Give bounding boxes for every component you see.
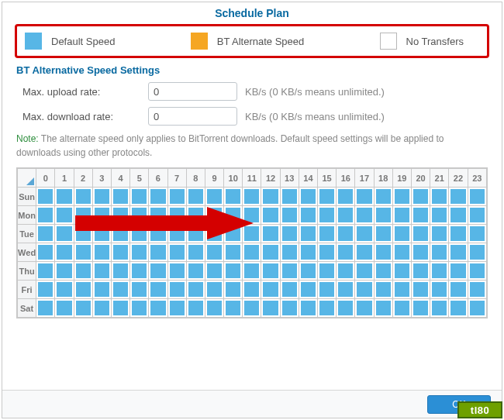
schedule-cell[interactable] (92, 243, 111, 262)
schedule-cell[interactable] (374, 188, 392, 206)
schedule-cell[interactable] (468, 262, 487, 281)
schedule-cell[interactable] (224, 262, 243, 281)
schedule-cell[interactable] (355, 281, 374, 299)
schedule-cell[interactable] (261, 188, 280, 206)
schedule-cell[interactable] (92, 206, 111, 225)
schedule-cell[interactable] (261, 206, 280, 225)
schedule-cell[interactable] (36, 281, 55, 299)
schedule-cell[interactable] (430, 281, 449, 299)
schedule-cell[interactable] (186, 188, 205, 206)
schedule-cell[interactable] (449, 299, 468, 318)
schedule-cell[interactable] (74, 281, 92, 299)
schedule-cell[interactable] (411, 206, 430, 225)
schedule-cell[interactable] (392, 243, 411, 262)
schedule-cell[interactable] (280, 262, 299, 281)
schedule-cell[interactable] (299, 243, 317, 262)
schedule-cell[interactable] (392, 206, 411, 225)
schedule-cell[interactable] (55, 281, 74, 299)
schedule-cell[interactable] (411, 188, 430, 206)
schedule-cell[interactable] (411, 225, 430, 243)
schedule-cell[interactable] (55, 299, 74, 318)
schedule-cell[interactable] (280, 188, 299, 206)
upload-rate-input[interactable] (148, 82, 237, 101)
schedule-cell[interactable] (449, 262, 468, 281)
schedule-cell[interactable] (130, 188, 149, 206)
schedule-cell[interactable] (243, 262, 261, 281)
schedule-cell[interactable] (167, 281, 186, 299)
schedule-cell[interactable] (243, 243, 261, 262)
schedule-cell[interactable] (280, 206, 299, 225)
schedule-cell[interactable] (374, 281, 392, 299)
schedule-cell[interactable] (411, 262, 430, 281)
schedule-cell[interactable] (299, 281, 317, 299)
schedule-cell[interactable] (392, 225, 411, 243)
schedule-cell[interactable] (92, 188, 111, 206)
schedule-cell[interactable] (468, 206, 487, 225)
schedule-cell[interactable] (74, 299, 92, 318)
schedule-cell[interactable] (130, 299, 149, 318)
schedule-cell[interactable] (430, 299, 449, 318)
schedule-cell[interactable] (130, 206, 149, 225)
schedule-cell[interactable] (205, 262, 223, 281)
schedule-cell[interactable] (55, 243, 74, 262)
schedule-cell[interactable] (299, 262, 317, 281)
schedule-cell[interactable] (36, 262, 55, 281)
schedule-cell[interactable] (337, 243, 355, 262)
schedule-cell[interactable] (224, 281, 243, 299)
schedule-cell[interactable] (36, 188, 55, 206)
schedule-cell[interactable] (205, 243, 223, 262)
schedule-cell[interactable] (280, 225, 299, 243)
schedule-cell[interactable] (186, 299, 205, 318)
schedule-cell[interactable] (430, 243, 449, 262)
schedule-cell[interactable] (149, 188, 167, 206)
schedule-cell[interactable] (205, 188, 223, 206)
schedule-cell[interactable] (355, 188, 374, 206)
schedule-cell[interactable] (299, 188, 317, 206)
schedule-cell[interactable] (355, 262, 374, 281)
schedule-cell[interactable] (392, 188, 411, 206)
schedule-cell[interactable] (74, 262, 92, 281)
schedule-cell[interactable] (36, 243, 55, 262)
schedule-cell[interactable] (92, 281, 111, 299)
schedule-cell[interactable] (224, 243, 243, 262)
schedule-cell[interactable] (318, 225, 337, 243)
schedule-cell[interactable] (337, 206, 355, 225)
schedule-cell[interactable] (355, 299, 374, 318)
schedule-cell[interactable] (92, 225, 111, 243)
schedule-cell[interactable] (36, 299, 55, 318)
schedule-cell[interactable] (186, 206, 205, 225)
schedule-cell[interactable] (205, 281, 223, 299)
schedule-cell[interactable] (355, 225, 374, 243)
schedule-cell[interactable] (74, 188, 92, 206)
schedule-cell[interactable] (167, 225, 186, 243)
schedule-cell[interactable] (337, 188, 355, 206)
schedule-cell[interactable] (186, 262, 205, 281)
schedule-cell[interactable] (130, 225, 149, 243)
schedule-cell[interactable] (280, 281, 299, 299)
schedule-cell[interactable] (430, 225, 449, 243)
schedule-cell[interactable] (149, 281, 167, 299)
schedule-cell[interactable] (149, 243, 167, 262)
schedule-cell[interactable] (111, 243, 129, 262)
schedule-cell[interactable] (243, 299, 261, 318)
schedule-cell[interactable] (167, 243, 186, 262)
schedule-cell[interactable] (167, 262, 186, 281)
schedule-cell[interactable] (449, 281, 468, 299)
schedule-cell[interactable] (299, 206, 317, 225)
schedule-cell[interactable] (355, 206, 374, 225)
schedule-cell[interactable] (468, 225, 487, 243)
schedule-cell[interactable] (374, 299, 392, 318)
schedule-cell[interactable] (280, 299, 299, 318)
schedule-cell[interactable] (243, 206, 261, 225)
schedule-cell[interactable] (280, 243, 299, 262)
schedule-cell[interactable] (392, 281, 411, 299)
schedule-cell[interactable] (111, 262, 129, 281)
schedule-cell[interactable] (337, 225, 355, 243)
schedule-cell[interactable] (186, 281, 205, 299)
schedule-cell[interactable] (224, 225, 243, 243)
schedule-cell[interactable] (430, 262, 449, 281)
schedule-cell[interactable] (430, 206, 449, 225)
schedule-cell[interactable] (374, 206, 392, 225)
schedule-cell[interactable] (318, 281, 337, 299)
schedule-cell[interactable] (355, 243, 374, 262)
